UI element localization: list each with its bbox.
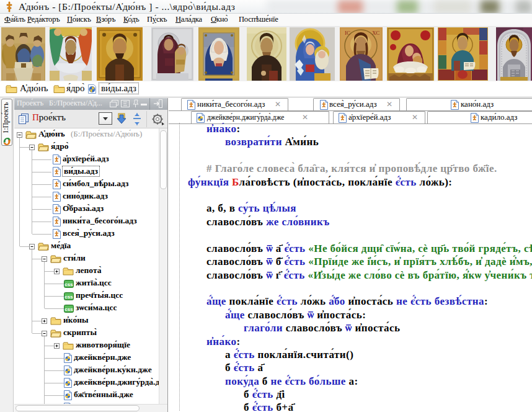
svg-text:ХС: ХС xyxy=(372,30,379,36)
svg-text:ІС: ІС xyxy=(345,30,350,36)
